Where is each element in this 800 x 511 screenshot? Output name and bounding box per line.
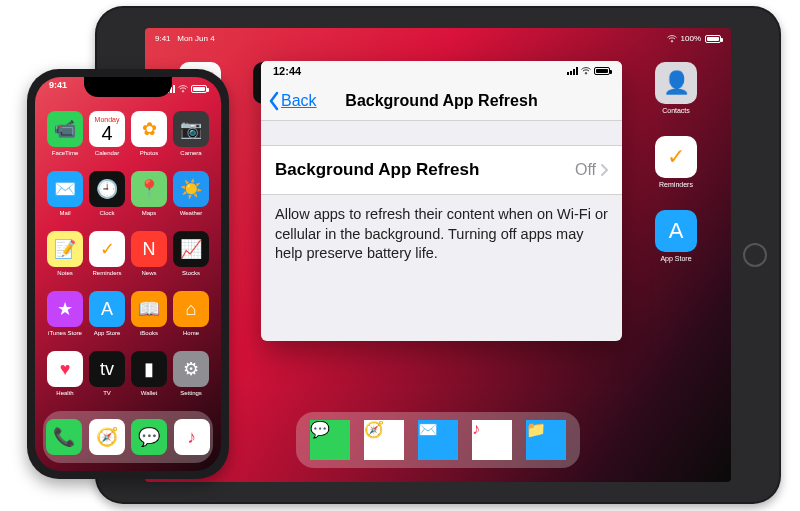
battery-icon	[594, 67, 610, 75]
app-tv[interactable]: tvTV	[87, 351, 127, 405]
ipad-status-left: 9:41 Mon Jun 4	[155, 34, 215, 43]
app-label: Photos	[140, 150, 159, 156]
app-label: Maps	[142, 210, 157, 216]
app-label: FaceTime	[52, 150, 78, 156]
app-label: Wallet	[141, 390, 157, 396]
iphone-device: 9:41 📹FaceTimeMonday4Calendar✿Photos📷Cam…	[27, 69, 229, 479]
ipad-app-grid-right: 👤Contacts✓RemindersAApp Store	[647, 62, 705, 274]
setting-description: Allow apps to refresh their content when…	[261, 195, 622, 274]
popover-status-bar: 12:44	[261, 61, 622, 81]
back-button[interactable]: Back	[261, 91, 317, 111]
chevron-left-icon	[267, 91, 281, 111]
dock-app[interactable]: ♪	[174, 419, 210, 455]
ipad-status-right: 100%	[667, 34, 721, 43]
app-tile: ✉️	[47, 171, 83, 207]
app-label: Camera	[180, 150, 201, 156]
app-contacts[interactable]: 👤Contacts	[647, 62, 705, 126]
battery-icon	[705, 35, 721, 43]
iphone-notch	[84, 77, 172, 97]
dock-app[interactable]: 💬	[131, 419, 167, 455]
dock-app[interactable]: 📁	[526, 420, 566, 460]
ipad-battery-pct: 100%	[681, 34, 701, 43]
app-tile: Monday4	[89, 111, 125, 147]
app-camera[interactable]: 📷Camera	[171, 111, 211, 165]
app-tile: 📹	[47, 111, 83, 147]
app-label: iTunes Store	[48, 330, 82, 336]
dock-app[interactable]: ✉️	[418, 420, 458, 460]
app-photos[interactable]: ✿Photos	[129, 111, 169, 165]
nav-bar: Back Background App Refresh	[261, 81, 622, 121]
dock-app[interactable]: 🧭	[89, 419, 125, 455]
dock-app[interactable]: 📞	[46, 419, 82, 455]
app-label: Mail	[59, 210, 70, 216]
app-tile: ⌂	[173, 291, 209, 327]
ipad-status-bar: 9:41 Mon Jun 4 100%	[145, 28, 731, 46]
app-label: Settings	[180, 390, 202, 396]
app-tile: ♥	[47, 351, 83, 387]
app-mail[interactable]: ✉️Mail	[45, 171, 85, 225]
app-tile: tv	[89, 351, 125, 387]
app-label: Home	[183, 330, 199, 336]
app-clock[interactable]: 🕘Clock	[87, 171, 127, 225]
app-home[interactable]: ⌂Home	[171, 291, 211, 345]
app-tile: A	[89, 291, 125, 327]
app-tile: 📷	[173, 111, 209, 147]
app-tile: 📍	[131, 171, 167, 207]
app-weather[interactable]: ☀️Weather	[171, 171, 211, 225]
app-maps[interactable]: 📍Maps	[129, 171, 169, 225]
app-tile: N	[131, 231, 167, 267]
app-wallet[interactable]: ▮Wallet	[129, 351, 169, 405]
app-label: Reminders	[659, 181, 693, 188]
wifi-icon	[667, 35, 677, 43]
battery-icon	[191, 85, 207, 93]
app-app-store[interactable]: AApp Store	[647, 210, 705, 274]
app-tile: 👤	[655, 62, 697, 104]
chevron-right-icon	[600, 163, 608, 177]
ipad-home-button[interactable]	[743, 243, 767, 267]
dock-app[interactable]: 💬	[310, 420, 350, 460]
app-calendar[interactable]: Monday4Calendar	[87, 111, 127, 165]
app-itunes-store[interactable]: ★iTunes Store	[45, 291, 85, 345]
app-label: App Store	[660, 255, 691, 262]
app-label: Calendar	[95, 150, 119, 156]
app-app-store[interactable]: AApp Store	[87, 291, 127, 345]
app-tile: ✓	[655, 136, 697, 178]
app-news[interactable]: NNews	[129, 231, 169, 285]
app-tile: ✿	[131, 111, 167, 147]
popover-time: 12:44	[273, 65, 301, 77]
app-label: Stocks	[182, 270, 200, 276]
ipad-dock: 💬🧭✉️♪📁	[296, 412, 580, 468]
app-label: Clock	[99, 210, 114, 216]
back-label: Back	[281, 92, 317, 110]
app-ibooks[interactable]: 📖iBooks	[129, 291, 169, 345]
app-tile: ▮	[131, 351, 167, 387]
app-label: TV	[103, 390, 111, 396]
app-facetime[interactable]: 📹FaceTime	[45, 111, 85, 165]
row-label: Background App Refresh	[275, 160, 479, 180]
app-label: Notes	[57, 270, 73, 276]
app-label: News	[141, 270, 156, 276]
row-value-container: Off	[575, 161, 608, 179]
app-tile: 📖	[131, 291, 167, 327]
ipad-date: Mon Jun 4	[177, 34, 214, 43]
app-reminders[interactable]: ✓Reminders	[647, 136, 705, 200]
ipad-time: 9:41	[155, 34, 171, 43]
app-tile: A	[655, 210, 697, 252]
dock-app[interactable]: ♪	[472, 420, 512, 460]
dock-app[interactable]: 🧭	[364, 420, 404, 460]
app-notes[interactable]: 📝Notes	[45, 231, 85, 285]
app-stocks[interactable]: 📈Stocks	[171, 231, 211, 285]
iphone-app-grid: 📹FaceTimeMonday4Calendar✿Photos📷Camera✉️…	[45, 111, 211, 405]
app-settings[interactable]: ⚙Settings	[171, 351, 211, 405]
signal-icon	[567, 67, 578, 75]
app-tile: ⚙	[173, 351, 209, 387]
background-app-refresh-row[interactable]: Background App Refresh Off	[261, 145, 622, 195]
app-reminders[interactable]: ✓Reminders	[87, 231, 127, 285]
iphone-dock: 📞🧭💬♪	[43, 411, 213, 463]
app-health[interactable]: ♥Health	[45, 351, 85, 405]
app-tile: 🕘	[89, 171, 125, 207]
iphone-time: 9:41	[49, 80, 67, 98]
app-label: Contacts	[662, 107, 690, 114]
app-label: iBooks	[140, 330, 158, 336]
app-tile: 📈	[173, 231, 209, 267]
